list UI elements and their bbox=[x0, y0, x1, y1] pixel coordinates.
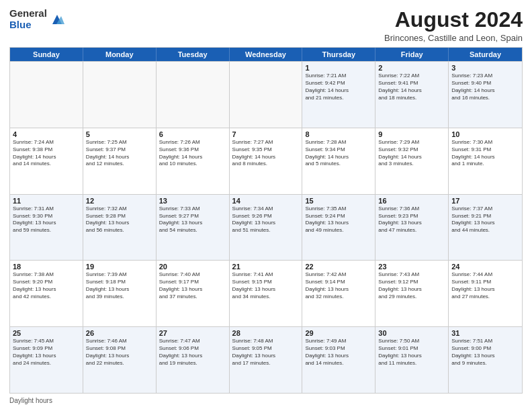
calendar-row-3: 11Sunrise: 7:31 AM Sunset: 9:30 PM Dayli… bbox=[10, 194, 522, 261]
day-cell-29: 29Sunrise: 7:49 AM Sunset: 9:03 PM Dayli… bbox=[302, 327, 375, 393]
day-number: 29 bbox=[305, 329, 372, 337]
day-info: Sunrise: 7:26 AM Sunset: 9:36 PM Dayligh… bbox=[159, 139, 226, 168]
day-cell-11: 11Sunrise: 7:31 AM Sunset: 9:30 PM Dayli… bbox=[10, 195, 83, 261]
day-number: 14 bbox=[232, 197, 300, 205]
empty-cell bbox=[10, 62, 83, 128]
day-cell-23: 23Sunrise: 7:43 AM Sunset: 9:12 PM Dayli… bbox=[375, 261, 449, 326]
day-info: Sunrise: 7:51 AM Sunset: 9:00 PM Dayligh… bbox=[451, 338, 519, 367]
day-cell-8: 8Sunrise: 7:28 AM Sunset: 9:34 PM Daylig… bbox=[302, 128, 375, 194]
logo-general: General bbox=[9, 8, 47, 19]
day-number: 9 bbox=[378, 130, 445, 138]
logo: General Blue bbox=[9, 8, 64, 30]
day-number: 24 bbox=[451, 263, 519, 271]
day-number: 5 bbox=[86, 130, 153, 138]
day-number: 13 bbox=[159, 197, 226, 205]
day-cell-21: 21Sunrise: 7:41 AM Sunset: 9:15 PM Dayli… bbox=[230, 261, 303, 326]
day-cell-25: 25Sunrise: 7:45 AM Sunset: 9:09 PM Dayli… bbox=[10, 327, 83, 393]
day-number: 8 bbox=[305, 130, 372, 138]
logo-blue: Blue bbox=[9, 19, 47, 31]
calendar-row-5: 25Sunrise: 7:45 AM Sunset: 9:09 PM Dayli… bbox=[10, 326, 522, 393]
day-info: Sunrise: 7:43 AM Sunset: 9:12 PM Dayligh… bbox=[378, 271, 445, 300]
day-cell-31: 31Sunrise: 7:51 AM Sunset: 9:00 PM Dayli… bbox=[449, 327, 522, 393]
day-number: 22 bbox=[305, 263, 372, 271]
day-number: 31 bbox=[451, 329, 519, 337]
calendar-header: SundayMondayTuesdayWednesdayThursdayFrid… bbox=[10, 48, 522, 61]
empty-cell bbox=[230, 62, 303, 128]
day-header-sunday: Sunday bbox=[10, 48, 83, 61]
day-number: 4 bbox=[13, 130, 80, 138]
calendar-row-2: 4Sunrise: 7:24 AM Sunset: 9:38 PM Daylig… bbox=[10, 128, 522, 194]
calendar-row-1: 1Sunrise: 7:21 AM Sunset: 9:42 PM Daylig… bbox=[10, 61, 522, 128]
page-header: General Blue August 2024 Brincones, Cast… bbox=[9, 8, 523, 43]
calendar-grid: SundayMondayTuesdayWednesdayThursdayFrid… bbox=[9, 47, 523, 394]
day-number: 10 bbox=[451, 130, 519, 138]
day-number: 17 bbox=[451, 197, 519, 205]
day-info: Sunrise: 7:31 AM Sunset: 9:30 PM Dayligh… bbox=[13, 205, 80, 234]
logo-text: General Blue bbox=[9, 8, 47, 30]
empty-cell bbox=[83, 62, 157, 128]
day-info: Sunrise: 7:30 AM Sunset: 9:31 PM Dayligh… bbox=[451, 139, 519, 168]
day-number: 16 bbox=[378, 197, 445, 205]
day-cell-12: 12Sunrise: 7:32 AM Sunset: 9:28 PM Dayli… bbox=[83, 195, 157, 261]
day-cell-1: 1Sunrise: 7:21 AM Sunset: 9:42 PM Daylig… bbox=[302, 62, 375, 128]
day-number: 25 bbox=[13, 329, 80, 337]
day-cell-13: 13Sunrise: 7:33 AM Sunset: 9:27 PM Dayli… bbox=[157, 195, 230, 261]
title-block: August 2024 Brincones, Castille and Leon… bbox=[384, 8, 523, 43]
day-cell-28: 28Sunrise: 7:48 AM Sunset: 9:05 PM Dayli… bbox=[230, 327, 303, 393]
day-info: Sunrise: 7:41 AM Sunset: 9:15 PM Dayligh… bbox=[232, 271, 300, 300]
day-info: Sunrise: 7:49 AM Sunset: 9:03 PM Dayligh… bbox=[305, 338, 372, 367]
day-number: 19 bbox=[86, 263, 153, 271]
day-info: Sunrise: 7:34 AM Sunset: 9:26 PM Dayligh… bbox=[232, 205, 300, 234]
day-info: Sunrise: 7:40 AM Sunset: 9:17 PM Dayligh… bbox=[159, 271, 226, 300]
day-header-saturday: Saturday bbox=[449, 48, 522, 61]
day-cell-6: 6Sunrise: 7:26 AM Sunset: 9:36 PM Daylig… bbox=[157, 128, 230, 194]
day-cell-15: 15Sunrise: 7:35 AM Sunset: 9:24 PM Dayli… bbox=[302, 195, 375, 261]
day-info: Sunrise: 7:42 AM Sunset: 9:14 PM Dayligh… bbox=[305, 271, 372, 300]
day-info: Sunrise: 7:22 AM Sunset: 9:41 PM Dayligh… bbox=[378, 73, 445, 101]
day-info: Sunrise: 7:39 AM Sunset: 9:18 PM Dayligh… bbox=[86, 271, 153, 300]
day-cell-4: 4Sunrise: 7:24 AM Sunset: 9:38 PM Daylig… bbox=[10, 128, 83, 194]
day-info: Sunrise: 7:45 AM Sunset: 9:09 PM Dayligh… bbox=[13, 338, 80, 367]
day-cell-16: 16Sunrise: 7:36 AM Sunset: 9:23 PM Dayli… bbox=[375, 195, 449, 261]
day-cell-9: 9Sunrise: 7:29 AM Sunset: 9:32 PM Daylig… bbox=[375, 128, 449, 194]
day-number: 26 bbox=[86, 329, 153, 337]
day-header-friday: Friday bbox=[375, 48, 449, 61]
day-info: Sunrise: 7:33 AM Sunset: 9:27 PM Dayligh… bbox=[159, 205, 226, 234]
day-info: Sunrise: 7:29 AM Sunset: 9:32 PM Dayligh… bbox=[378, 139, 445, 168]
day-info: Sunrise: 7:27 AM Sunset: 9:35 PM Dayligh… bbox=[232, 139, 300, 168]
day-info: Sunrise: 7:28 AM Sunset: 9:34 PM Dayligh… bbox=[305, 139, 372, 168]
day-info: Sunrise: 7:38 AM Sunset: 9:20 PM Dayligh… bbox=[13, 271, 80, 300]
day-cell-20: 20Sunrise: 7:40 AM Sunset: 9:17 PM Dayli… bbox=[157, 261, 230, 326]
day-header-monday: Monday bbox=[83, 48, 157, 61]
day-number: 27 bbox=[159, 329, 226, 337]
day-info: Sunrise: 7:25 AM Sunset: 9:37 PM Dayligh… bbox=[86, 139, 153, 168]
day-cell-7: 7Sunrise: 7:27 AM Sunset: 9:35 PM Daylig… bbox=[230, 128, 303, 194]
day-number: 6 bbox=[159, 130, 226, 138]
day-info: Sunrise: 7:48 AM Sunset: 9:05 PM Dayligh… bbox=[232, 338, 300, 367]
calendar-page: General Blue August 2024 Brincones, Cast… bbox=[0, 0, 532, 411]
day-number: 23 bbox=[378, 263, 445, 271]
day-info: Sunrise: 7:35 AM Sunset: 9:24 PM Dayligh… bbox=[305, 205, 372, 234]
day-cell-2: 2Sunrise: 7:22 AM Sunset: 9:41 PM Daylig… bbox=[375, 62, 449, 128]
calendar-body: 1Sunrise: 7:21 AM Sunset: 9:42 PM Daylig… bbox=[10, 61, 522, 393]
day-number: 20 bbox=[159, 263, 226, 271]
day-number: 30 bbox=[378, 329, 445, 337]
day-header-wednesday: Wednesday bbox=[230, 48, 303, 61]
day-number: 12 bbox=[86, 197, 153, 205]
day-number: 1 bbox=[305, 64, 372, 72]
day-cell-5: 5Sunrise: 7:25 AM Sunset: 9:37 PM Daylig… bbox=[83, 128, 157, 194]
footer-text: Daylight hours bbox=[9, 397, 523, 404]
day-info: Sunrise: 7:23 AM Sunset: 9:40 PM Dayligh… bbox=[451, 73, 519, 101]
day-info: Sunrise: 7:50 AM Sunset: 9:01 PM Dayligh… bbox=[378, 338, 445, 367]
day-number: 11 bbox=[13, 197, 80, 205]
day-cell-3: 3Sunrise: 7:23 AM Sunset: 9:40 PM Daylig… bbox=[449, 62, 522, 128]
day-cell-24: 24Sunrise: 7:44 AM Sunset: 9:11 PM Dayli… bbox=[449, 261, 522, 326]
day-info: Sunrise: 7:46 AM Sunset: 9:08 PM Dayligh… bbox=[86, 338, 153, 367]
day-cell-27: 27Sunrise: 7:47 AM Sunset: 9:06 PM Dayli… bbox=[157, 327, 230, 393]
day-cell-10: 10Sunrise: 7:30 AM Sunset: 9:31 PM Dayli… bbox=[449, 128, 522, 194]
day-info: Sunrise: 7:47 AM Sunset: 9:06 PM Dayligh… bbox=[159, 338, 226, 367]
day-number: 15 bbox=[305, 197, 372, 205]
day-info: Sunrise: 7:32 AM Sunset: 9:28 PM Dayligh… bbox=[86, 205, 153, 234]
day-cell-22: 22Sunrise: 7:42 AM Sunset: 9:14 PM Dayli… bbox=[302, 261, 375, 326]
day-cell-14: 14Sunrise: 7:34 AM Sunset: 9:26 PM Dayli… bbox=[230, 195, 303, 261]
